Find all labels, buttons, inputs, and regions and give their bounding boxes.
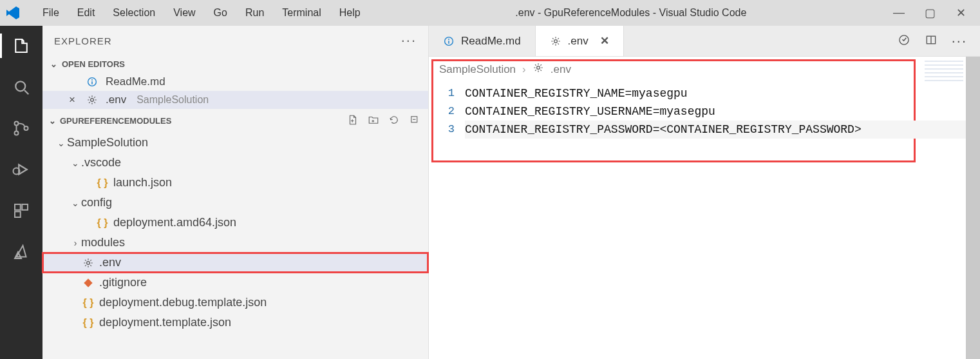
menu-file[interactable]: File <box>33 5 68 21</box>
editor-tab-actions: ··· <box>885 26 980 56</box>
refresh-icon[interactable] <box>388 114 400 128</box>
menu-terminal[interactable]: Terminal <box>273 5 330 21</box>
svg-point-0 <box>15 81 25 91</box>
new-folder-icon[interactable] <box>368 114 379 128</box>
tree-row[interactable]: ›modules <box>42 233 428 253</box>
collapse-all-icon[interactable] <box>409 114 420 128</box>
open-editor-item[interactable]: ReadMe.md <box>42 73 428 91</box>
svg-rect-8 <box>22 204 28 210</box>
tab-label: .env <box>568 35 589 48</box>
tree-row[interactable]: { }deployment.debug.template.json <box>42 293 428 313</box>
tab-label: ReadMe.md <box>461 35 521 48</box>
svg-line-1 <box>24 90 28 94</box>
tree-row[interactable]: .gitignore <box>42 273 428 293</box>
svg-point-2 <box>15 122 19 126</box>
svg-point-13 <box>91 99 94 102</box>
activity-extensions[interactable] <box>9 199 33 223</box>
svg-rect-9 <box>15 211 21 217</box>
minimize-button[interactable]: — <box>892 6 905 20</box>
open-editors-label: OPEN EDITORS <box>62 59 125 69</box>
maximize-button[interactable]: ▢ <box>923 6 936 20</box>
chevron-down-icon: ⌄ <box>49 59 58 69</box>
file-tree: ⌄SampleSolution⌄.vscode{ }launch.json⌄co… <box>42 133 428 333</box>
tree-row[interactable]: ⌄SampleSolution <box>42 133 428 153</box>
close-icon[interactable]: × <box>66 93 79 106</box>
tree-row[interactable]: { }deployment.amd64.json <box>42 213 428 233</box>
code-line[interactable]: CONTAINER_REGISTRY_PASSWORD=<CONTAINER_R… <box>465 121 980 139</box>
menu-run[interactable]: Run <box>236 5 273 21</box>
gear-icon <box>550 35 561 47</box>
code-area[interactable]: CONTAINER_REGISTRY_NAME=myasegpuCONTAINE… <box>465 84 980 359</box>
editor-more-icon[interactable]: ··· <box>952 33 967 50</box>
close-button[interactable]: ✕ <box>954 6 967 20</box>
sidebar-more-icon[interactable]: ··· <box>401 32 417 49</box>
menu-view[interactable]: View <box>164 5 204 21</box>
svg-point-4 <box>24 126 28 130</box>
svg-rect-12 <box>91 81 93 84</box>
code-line[interactable]: CONTAINER_REGISTRY_NAME=myasegpu <box>465 84 980 102</box>
sidebar: EXPLORER ··· ⌄ OPEN EDITORS ReadMe.md×.e… <box>42 26 429 359</box>
line-number: 2 <box>429 102 455 121</box>
menu-selection[interactable]: Selection <box>104 5 164 21</box>
title-bar: File Edit Selection View Go Run Terminal… <box>0 0 980 26</box>
run-active-icon[interactable] <box>898 34 910 48</box>
tree-row[interactable]: ⌄.vscode <box>42 153 428 173</box>
line-number-gutter: 123 <box>429 84 465 359</box>
project-header[interactable]: ⌄ GPUREFERENCEMODULES <box>42 109 428 133</box>
open-editors-header[interactable]: ⌄ OPEN EDITORS <box>42 55 428 73</box>
activity-debug[interactable] <box>9 157 33 182</box>
tree-row[interactable]: { }deployment.template.json <box>42 313 428 333</box>
tree-row[interactable]: ⌄config <box>42 193 428 213</box>
close-tab-icon[interactable]: ✕ <box>600 34 609 48</box>
new-file-icon[interactable] <box>347 114 359 128</box>
activity-bar <box>0 26 42 359</box>
tree-label: launch.json <box>113 176 172 189</box>
editor-tab[interactable]: .env✕ <box>536 26 624 56</box>
tree-label: deployment.template.json <box>99 316 231 329</box>
line-number: 3 <box>429 121 455 139</box>
minimap[interactable] <box>925 61 963 84</box>
tree-label: deployment.debug.template.json <box>99 296 267 309</box>
breadcrumb-separator-icon: › <box>522 63 526 76</box>
svg-rect-19 <box>448 41 449 44</box>
split-editor-icon[interactable] <box>925 34 938 48</box>
editor-tabs: ReadMe.md.env✕ ··· <box>429 26 980 57</box>
activity-azure[interactable] <box>9 240 33 264</box>
tree-row[interactable]: .env <box>42 253 428 273</box>
svg-point-20 <box>554 39 557 43</box>
editor-content[interactable]: 123 CONTAINER_REGISTRY_NAME=myasegpuCONT… <box>429 82 980 359</box>
activity-search[interactable] <box>9 75 33 99</box>
svg-rect-7 <box>15 204 21 210</box>
tree-row[interactable]: { }launch.json <box>42 173 428 193</box>
vertical-scrollbar[interactable] <box>966 57 980 359</box>
project-name: GPUREFERENCEMODULES <box>60 116 171 126</box>
tree-label: deployment.amd64.json <box>113 216 236 229</box>
menu-help[interactable]: Help <box>330 5 370 21</box>
window-title: .env - GpuReferenceModules - Visual Stud… <box>370 7 892 19</box>
chevron-right-icon[interactable]: › <box>70 238 81 248</box>
scrollbar-thumb[interactable] <box>966 57 980 359</box>
tree-label: SampleSolution <box>67 136 148 150</box>
menu-bar: File Edit Selection View Go Run Terminal… <box>33 5 370 21</box>
gear-icon <box>85 94 99 106</box>
editor-tab[interactable]: ReadMe.md <box>429 26 536 56</box>
breadcrumb-file[interactable]: .env <box>551 63 571 76</box>
git-icon <box>81 278 95 288</box>
breadcrumb-folder[interactable]: SampleSolution <box>439 63 516 76</box>
menu-go[interactable]: Go <box>205 5 236 21</box>
breadcrumb[interactable]: SampleSolution › .env <box>429 57 980 82</box>
chevron-down-icon[interactable]: ⌄ <box>70 158 81 168</box>
menu-edit[interactable]: Edit <box>68 5 104 21</box>
editor-area: ReadMe.md.env✕ ··· SampleSolution › .env… <box>429 26 980 359</box>
code-line[interactable]: CONTAINER_REGISTRY_USERNAME=myasegpu <box>465 102 980 121</box>
activity-scm[interactable] <box>9 116 33 141</box>
svg-point-24 <box>536 66 540 70</box>
chevron-down-icon[interactable]: ⌄ <box>70 198 81 208</box>
activity-explorer[interactable] <box>9 34 33 58</box>
sidebar-title: EXPLORER <box>54 35 112 46</box>
open-editor-item[interactable]: ×.envSampleSolution <box>42 91 428 109</box>
braces-icon: { } <box>95 177 109 189</box>
tree-label: .gitignore <box>99 276 147 289</box>
chevron-down-icon[interactable]: ⌄ <box>55 138 67 148</box>
tree-label: modules <box>81 236 125 249</box>
